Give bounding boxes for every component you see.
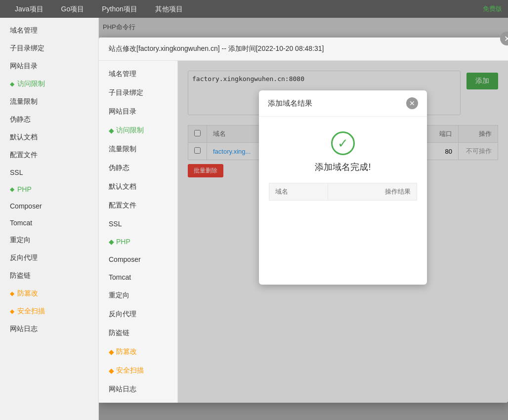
nav-java[interactable]: Java项目 — [6, 0, 52, 18]
sidebar-item-tomcat[interactable]: Tomcat — [0, 214, 98, 231]
sidebar-item-ssl[interactable]: SSL — [0, 164, 98, 181]
main-modal-title: 站点修改[factory.xingkongwuhen.cn] -- 添加时间[2… — [109, 44, 324, 53]
diamond-icon-php-nav: ◆ — [109, 238, 114, 246]
nav-python[interactable]: Python项目 — [93, 0, 146, 18]
modal-nav-zimu[interactable]: 子目录绑定 — [99, 84, 177, 102]
result-modal-footer — [259, 210, 427, 285]
diamond-icon-fanggai: ◆ — [10, 290, 14, 297]
main-layout: 域名管理 子目录绑定 网站目录 ◆ 访问限制 流量限制 伪静态 默认文档 配置文… — [0, 18, 508, 420]
sidebar-item-redirect[interactable]: 重定向 — [0, 231, 98, 249]
diamond-icon-nav: ◆ — [109, 126, 114, 134]
modal-nav-moren[interactable]: 默认文档 — [99, 177, 177, 196]
modal-sidenav: 域名管理 子目录绑定 网站目录 ◆访问限制 流量限制 伪静态 默认文档 配置文件… — [99, 61, 178, 403]
result-table-header-result: 操作结果 — [328, 183, 417, 201]
diamond-icon: ◆ — [10, 81, 14, 87]
top-nav: Java项目 Go项目 Python项目 其他项目 免费版 — [0, 0, 508, 18]
sidebar-item-composer[interactable]: Composer — [0, 198, 98, 214]
modal-nav-liuliang[interactable]: 流量限制 — [99, 140, 177, 159]
sidebar-item-peizhi[interactable]: 配置文件 — [0, 146, 98, 164]
modal-nav-reverse[interactable]: 反向代理 — [99, 305, 177, 324]
modal-nav-fangwen[interactable]: ◆访问限制 — [99, 121, 177, 140]
nav-other[interactable]: 其他项目 — [146, 0, 192, 18]
nav-go[interactable]: Go项目 — [52, 0, 93, 18]
main-modal-body: 域名管理 子目录绑定 网站目录 ◆访问限制 流量限制 伪静态 默认文档 配置文件… — [99, 61, 508, 403]
modal-nav-redirect[interactable]: 重定向 — [99, 286, 177, 305]
modal-nav-peizhi[interactable]: 配置文件 — [99, 196, 177, 215]
diamond-icon-anquan: ◆ — [10, 308, 14, 315]
modal-nav-fangdao[interactable]: 防盗链 — [99, 324, 177, 342]
sidebar-item-liuliang[interactable]: 流量限制 — [0, 93, 98, 111]
modal-nav-tomcat[interactable]: Tomcat — [99, 268, 177, 286]
content-area: PHP命令行 运行中► PHP 8.2 运行中► PHP 8.2 ✕ — [99, 18, 508, 420]
sidebar-item-fangdao[interactable]: 防盗链 — [0, 267, 98, 285]
main-modal-header: 站点修改[factory.xingkongwuhen.cn] -- 添加时间[2… — [99, 38, 508, 61]
result-modal-header: 添加域名结果 ✕ — [259, 90, 427, 117]
sidebar-item-php[interactable]: ◆ PHP — [0, 181, 98, 198]
sidebar-item-zimu[interactable]: 子目录绑定 — [0, 40, 98, 57]
result-modal-body: ✓ 添加域名完成! 域名 操作结果 — [259, 117, 427, 210]
result-modal: 添加域名结果 ✕ ✓ 添加域名完成! — [259, 90, 427, 285]
result-modal-close-button[interactable]: ✕ — [406, 97, 418, 109]
sidebar-item-log[interactable]: 网站日志 — [0, 320, 98, 338]
diamond-icon-fanggai-nav: ◆ — [109, 348, 114, 356]
result-modal-overlay: 添加域名结果 ✕ ✓ 添加域名完成! — [178, 61, 508, 403]
result-table-container: 域名 操作结果 — [269, 183, 417, 201]
main-modal: ✕ 站点修改[factory.xingkongwuhen.cn] -- 添加时间… — [99, 38, 508, 403]
diamond-icon-anquan-nav: ◆ — [109, 367, 114, 375]
modal-nav-weijing[interactable]: 伪静态 — [99, 159, 177, 177]
sidebar-item-yuming[interactable]: 域名管理 — [0, 22, 98, 40]
sidebar-item-moren[interactable]: 默认文档 — [0, 128, 98, 146]
sidebar-item-anquan[interactable]: ◆ 安全扫描 — [0, 302, 98, 320]
sidebar-item-weijingtai[interactable]: 伪静态 — [0, 111, 98, 128]
result-modal-title: 添加域名结果 — [268, 99, 312, 108]
sidebar: 域名管理 子目录绑定 网站目录 ◆ 访问限制 流量限制 伪静态 默认文档 配置文… — [0, 18, 99, 420]
sidebar-item-reverse[interactable]: 反向代理 — [0, 249, 98, 267]
success-icon: ✓ — [331, 131, 355, 155]
version-label: 免费版 — [483, 4, 502, 13]
modal-nav-php[interactable]: ◆PHP — [99, 233, 177, 251]
modal-nav-log[interactable]: 网站日志 — [99, 380, 177, 399]
modal-nav-composer[interactable]: Composer — [99, 251, 177, 268]
sidebar-item-mulu[interactable]: 网站目录 — [0, 57, 98, 75]
modal-nav-anquan[interactable]: ◆安全扫描 — [99, 361, 177, 380]
modal-nav-fanggai[interactable]: ◆防篡改 — [99, 342, 177, 361]
modal-nav-mulu[interactable]: 网站目录 — [99, 102, 177, 121]
sidebar-item-fanggai[interactable]: ◆ 防篡改 — [0, 285, 98, 302]
modal-nav-yuming[interactable]: 域名管理 — [99, 65, 177, 84]
sidebar-item-fangwen[interactable]: ◆ 访问限制 — [0, 75, 98, 93]
modal-content-area: factory.xingkongwuhen.cn:8080 添加 域名 — [178, 61, 508, 403]
modal-nav-ssl[interactable]: SSL — [99, 215, 177, 233]
diamond-icon-php: ◆ — [10, 186, 14, 193]
main-modal-overlay: ✕ 站点修改[factory.xingkongwuhen.cn] -- 添加时间… — [99, 18, 508, 420]
success-text: 添加域名完成! — [315, 161, 371, 173]
result-table-header-domain: 域名 — [269, 183, 328, 201]
result-table: 域名 操作结果 — [269, 183, 417, 201]
